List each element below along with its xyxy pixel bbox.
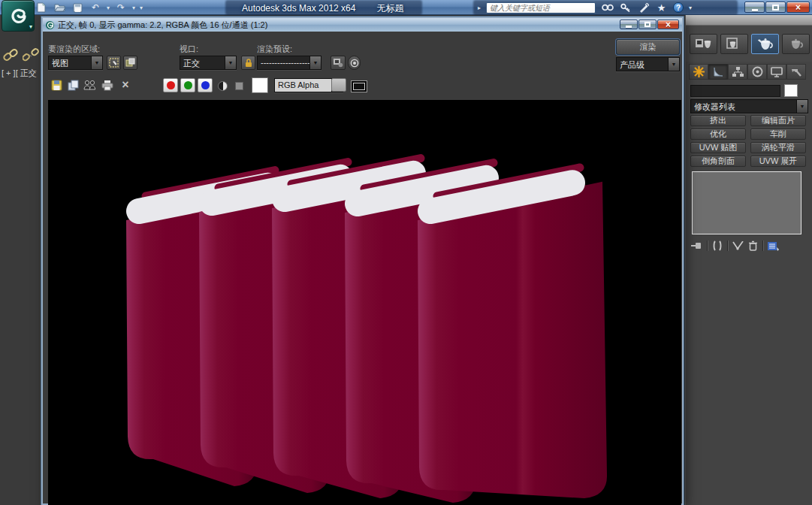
window-title: Autodesk 3ds Max 2012 x64无标题 [242, 2, 403, 15]
render-production-button[interactable] [751, 34, 779, 54]
help-dropdown-icon[interactable]: ▾ [689, 5, 692, 11]
main-ui-left-strip: [ + ][ 正交 [0, 15, 41, 505]
blue-channel-button[interactable] [198, 78, 213, 92]
clear-color-swatch[interactable] [252, 77, 268, 93]
render-mode-dropdown[interactable]: 产品级 ▼ [616, 57, 680, 71]
render-canvas[interactable] [48, 100, 681, 505]
save-image-icon[interactable] [49, 77, 64, 92]
modifier-stack-list[interactable] [692, 171, 801, 234]
rfw-close-button[interactable]: × [657, 20, 679, 29]
render-setup-button[interactable] [690, 34, 717, 54]
rfw-maximize-button[interactable] [638, 20, 657, 29]
modifier-list-value: 修改器列表 [691, 100, 796, 113]
rendered-frame-titlebar[interactable]: 正交, 帧 0, 显示 gamma: 2.2, RGBA 颜色 16 位/通道 … [43, 18, 682, 32]
make-unique-icon[interactable] [732, 241, 744, 250]
clear-image-icon[interactable]: × [118, 77, 133, 92]
alpha-channel-icon [218, 81, 228, 91]
chevron-down-icon[interactable]: ▼ [225, 56, 236, 69]
layers-icon[interactable] [331, 77, 346, 92]
show-end-result-icon[interactable] [712, 240, 723, 251]
help-icon[interactable]: ? [673, 2, 684, 13]
toggle-ui-icon[interactable] [350, 79, 368, 94]
unlink-selection-icon[interactable] [23, 48, 39, 63]
render-preset-dropdown[interactable]: ------------------- ▼ [257, 56, 321, 70]
modifier-button-bevel-profile[interactable]: 倒角剖面 [690, 156, 746, 167]
modifier-button-optimize[interactable]: 优化 [690, 129, 746, 140]
infocenter-expand-icon[interactable]: ▸ [478, 5, 481, 11]
tab-motion[interactable] [747, 64, 767, 80]
clone-rendered-frame-icon[interactable] [82, 77, 97, 92]
key-icon[interactable] [619, 2, 632, 14]
render-preset-label: 渲染预设: [257, 44, 292, 55]
modifier-button-extrude[interactable]: 挤出 [690, 115, 746, 126]
auto-region-icon[interactable] [123, 56, 137, 70]
search-input[interactable] [486, 2, 596, 14]
favorites-star-icon[interactable]: ★ [655, 2, 668, 14]
save-file-icon[interactable] [71, 2, 84, 14]
area-to-render-label: 要渲染的区域: [48, 44, 100, 55]
object-color-swatch[interactable] [784, 84, 798, 97]
undo-dropdown-icon[interactable]: ▾ [107, 5, 110, 11]
render-button[interactable]: 渲染 [616, 39, 680, 55]
chevron-down-icon[interactable]: ▼ [91, 56, 102, 69]
close-button[interactable]: × [786, 2, 810, 13]
viewport-label[interactable]: [ + ][ 正交 [2, 68, 41, 79]
redo-dropdown-icon[interactable]: ▾ [132, 5, 135, 11]
tab-utilities[interactable] [786, 64, 806, 80]
modifier-button-uvw-map[interactable]: UVW 贴图 [690, 142, 746, 153]
area-to-render-dropdown[interactable]: 视图 ▼ [48, 56, 103, 70]
app-menu-button[interactable]: ▾ [2, 0, 35, 32]
viewport-select-label: 视口: [180, 44, 198, 55]
minimize-button[interactable] [744, 2, 765, 13]
modifier-button-turbosmooth[interactable]: 涡轮平滑 [750, 142, 806, 153]
communication-center-icon[interactable] [637, 2, 650, 14]
modifier-list-dropdown[interactable]: 修改器列表 ▼ [690, 99, 808, 113]
object-name-field[interactable] [690, 85, 780, 97]
desktop: ↶▾ ↷▾ ▾ Autodesk 3ds Max 2012 x64无标题 ▸ ★… [0, 0, 812, 505]
open-file-icon[interactable] [53, 2, 66, 14]
red-channel-button[interactable] [163, 78, 178, 92]
render-iterative-button[interactable] [782, 34, 810, 54]
print-image-icon[interactable] [100, 77, 115, 92]
rfw-minimize-button[interactable] [620, 20, 638, 29]
new-scene-icon[interactable] [35, 2, 48, 14]
toolbar-options-icon[interactable]: ▾ [140, 5, 143, 11]
undo-icon[interactable]: ↶ [89, 2, 102, 14]
infocenter: ▸ ★ ? ▾ [478, 2, 692, 14]
tab-create[interactable] [689, 64, 708, 80]
precise-render-icon[interactable] [348, 56, 361, 70]
edit-region-icon[interactable] [107, 56, 121, 70]
area-to-render-value: 视图 [49, 56, 91, 69]
modifier-button-unwrap-uvw[interactable]: UVW 展开 [750, 156, 806, 167]
modifier-buttons-grid: 挤出 编辑面片 优化 车削 UVW 贴图 涡轮平滑 倒角剖面 UVW 展开 [690, 115, 808, 167]
alpha-channel-button[interactable] [215, 78, 230, 93]
rendered-frame-window-button[interactable] [720, 34, 748, 54]
document-title-text: 无标题 [376, 3, 403, 14]
configure-modifier-sets-icon[interactable] [768, 241, 779, 251]
viewport-dropdown[interactable]: 正交 ▼ [180, 56, 237, 70]
monochrome-button[interactable] [231, 78, 246, 93]
select-and-link-icon[interactable] [3, 48, 18, 63]
green-channel-button[interactable] [180, 78, 195, 92]
render-setup-small-icon[interactable] [331, 56, 346, 70]
chevron-down-icon[interactable]: ▼ [796, 100, 807, 113]
search-icon[interactable] [601, 2, 614, 14]
tab-hierarchy[interactable] [728, 64, 747, 80]
copy-image-icon[interactable] [65, 77, 80, 92]
main-toolbar-fragment [3, 48, 39, 63]
chevron-down-icon[interactable]: ▼ [668, 58, 679, 71]
remove-modifier-icon[interactable] [748, 240, 758, 251]
monochrome-icon [235, 82, 243, 90]
red-channel-icon [167, 81, 175, 89]
modifier-stack-toolbar [690, 239, 808, 252]
pin-stack-icon[interactable] [690, 240, 702, 251]
chevron-down-icon[interactable]: ▼ [309, 56, 321, 69]
modifier-button-edit-patch[interactable]: 编辑面片 [750, 115, 806, 126]
maximize-button[interactable] [765, 2, 786, 13]
divider [762, 240, 763, 251]
tab-display[interactable] [767, 64, 786, 80]
modifier-button-lathe[interactable]: 车削 [750, 129, 806, 140]
tab-modify[interactable] [708, 64, 728, 80]
lock-viewport-icon[interactable] [241, 56, 255, 70]
redo-icon[interactable]: ↷ [114, 2, 128, 14]
